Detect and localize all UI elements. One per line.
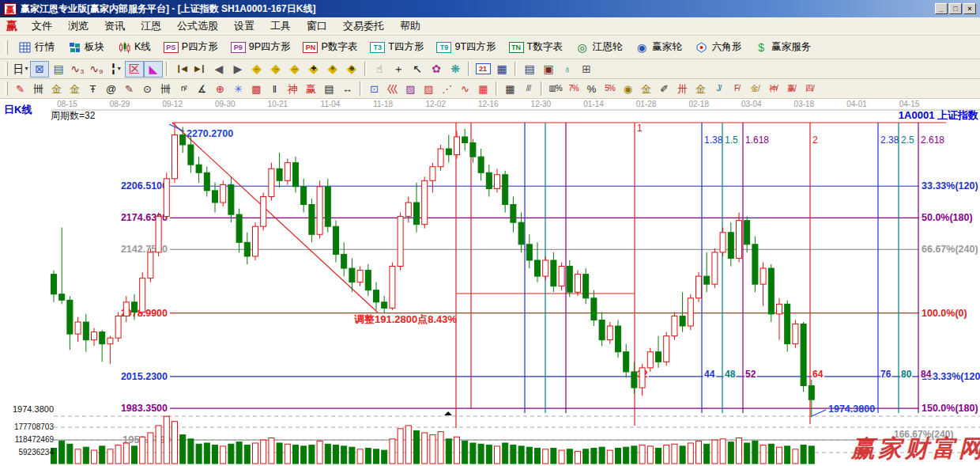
pointer-tool[interactable]: ↖ — [408, 61, 427, 78]
calculator-button[interactable]: ▦ — [492, 61, 511, 78]
f-line-tool[interactable]: F/ — [728, 81, 746, 97]
t-number-button[interactable]: TNT数字表 — [503, 38, 569, 56]
hatch-box-tool[interactable]: ▨ — [420, 81, 438, 97]
remote-doc-button[interactable]: ⊞ — [577, 61, 596, 78]
gold-circle-tool[interactable]: ◉ — [619, 81, 637, 97]
ray-lines-tool[interactable]: ⋰ — [438, 81, 456, 97]
winner-service-button[interactable]: $赢家服务 — [748, 38, 817, 56]
winner-wheel-button[interactable]: ◉赢家轮 — [628, 38, 688, 56]
j-line-tool[interactable]: J/ — [710, 81, 728, 97]
menu-tools[interactable]: 工具 — [262, 17, 299, 35]
close-button[interactable]: × — [963, 3, 976, 14]
chart-canvas[interactable]: 08-1508-2909-1209-3010-2111-0411-1812-02… — [0, 99, 980, 466]
diamond-cross-tool[interactable]: ◆✚ — [304, 61, 323, 78]
9p-square-button[interactable]: P99P四方形 — [224, 38, 297, 56]
hand-tool[interactable]: ☝ — [370, 61, 389, 78]
shen-line-tool[interactable]: 神/ — [764, 81, 782, 97]
menu-file[interactable]: 文件 — [24, 17, 60, 35]
maximize-button[interactable]: □ — [949, 3, 962, 14]
diamond-star-tool[interactable]: ◆✳ — [323, 61, 342, 78]
percent-5-tool[interactable]: 5% — [601, 81, 619, 97]
select-box-tool[interactable]: ⊡ — [365, 81, 383, 97]
shen-tool[interactable]: 神 — [284, 81, 302, 97]
trend-pencil-tool[interactable]: ✎ — [120, 81, 138, 97]
fib-f-tool[interactable]: Ŧ — [84, 81, 102, 97]
diamond-target-tool[interactable]: ◆⊕ — [342, 61, 361, 78]
crosshair-tool[interactable]: ＋ — [389, 61, 408, 78]
diamond-left-tool[interactable]: ◆← — [247, 61, 266, 78]
zigzag-wave-tool[interactable]: ∿ — [456, 81, 474, 97]
p-square-button[interactable]: PSP四方形 — [157, 38, 224, 56]
diamond-right-tool[interactable]: ◆→ — [266, 61, 285, 78]
menu-formula-picker[interactable]: 公式选股 — [169, 17, 226, 35]
flower-tool[interactable]: ✿ — [427, 61, 446, 78]
info-list-tool[interactable]: ▤ — [49, 61, 68, 78]
go-last-button[interactable]: ▶❙ — [190, 61, 209, 78]
calendar-21-button[interactable]: 21 — [473, 61, 492, 78]
gold-line-tool[interactable]: 金/ — [746, 81, 764, 97]
gold-section-a-tool[interactable]: 金 — [47, 81, 66, 97]
gann-wheel-button[interactable]: ◎江恩轮 — [569, 38, 629, 56]
menu-help[interactable]: 帮助 — [392, 17, 428, 35]
menu-settings[interactable]: 设置 — [226, 17, 262, 35]
report-button[interactable]: ▤ — [520, 61, 539, 78]
ying-tool[interactable]: 赢 — [302, 81, 320, 97]
width-measure-tool[interactable]: ↔ — [338, 81, 356, 97]
gann-target-tool[interactable]: ⊕ — [211, 81, 229, 97]
gann-web-tool[interactable]: ✳ — [229, 81, 247, 97]
web-service-button[interactable]: ♁ — [558, 61, 577, 78]
gold-text-tool[interactable]: 金 — [692, 81, 710, 97]
brush-tool[interactable]: ✐ — [655, 81, 673, 97]
color-peaks-tool[interactable]: ◣ — [144, 61, 163, 78]
wave-9-tool[interactable]: ∿₉ — [87, 61, 106, 78]
gann-chart-tool[interactable]: 区 — [125, 61, 144, 78]
save-button[interactable]: ▣ — [539, 61, 558, 78]
menu-trade[interactable]: 交易委托 — [335, 17, 392, 35]
p-number-button[interactable]: PNP数字表 — [296, 38, 364, 56]
ying-line-tool[interactable]: 赢/ — [782, 81, 801, 97]
square-of-n-tool[interactable]: n² — [175, 81, 193, 97]
angle-tool[interactable]: ∡ — [193, 81, 211, 97]
gold-section-b-tool[interactable]: 金 — [66, 81, 84, 97]
menu-news[interactable]: 资讯 — [96, 17, 133, 35]
double-tick-tool[interactable]: ǁ — [266, 81, 284, 97]
wave-3-tool[interactable]: ∿₃ — [68, 61, 87, 78]
circle-cycle-tool[interactable]: ⊙ — [138, 81, 156, 97]
si-line-tool[interactable]: 四/ — [801, 81, 819, 97]
go-first-button[interactable]: ❙◀ — [172, 61, 190, 78]
pick-pencil-tool[interactable]: ✎ — [11, 81, 29, 97]
menu-window[interactable]: 窗口 — [299, 17, 335, 35]
gann-web-box-tool[interactable]: ▩ — [247, 81, 266, 97]
page-prev-button[interactable]: ◀ — [209, 61, 228, 78]
ruler-123-tool[interactable]: ▤ — [320, 81, 338, 97]
candle-style-tool[interactable]: ╏ — [106, 61, 125, 78]
snow-tool[interactable]: ❋ — [446, 61, 465, 78]
parallel-lines-tool[interactable]: /// — [519, 81, 537, 97]
percent-7-tool[interactable]: 7% — [564, 81, 582, 97]
menu-gann[interactable]: 江恩 — [133, 17, 169, 35]
percent-gauge-tool[interactable]: ▥% — [546, 81, 564, 97]
percent-tool[interactable]: % — [582, 81, 601, 97]
speed-fan-tool[interactable]: 巛 — [383, 81, 401, 97]
cycle-lines-2-tool[interactable]: 卌 — [156, 81, 175, 97]
fan-box-tool[interactable]: ▨ — [401, 81, 420, 97]
period-selector[interactable]: 日 — [11, 61, 30, 78]
kline-button[interactable]: K线 — [111, 38, 157, 56]
gold-levels-tool[interactable]: 金 — [637, 81, 655, 97]
triple-grid-tool[interactable]: 卅 — [673, 81, 692, 97]
page-next-button[interactable]: ▶ — [228, 61, 247, 78]
region-chart-tool[interactable]: ⊠ — [30, 61, 49, 78]
menu-browse[interactable]: 浏览 — [60, 17, 96, 35]
spiral-tool[interactable]: @ — [102, 81, 120, 97]
minimize-button[interactable]: _ — [935, 3, 948, 14]
full-grid-tool[interactable]: ▦ — [501, 81, 519, 97]
quotes-button[interactable]: 行情 — [11, 38, 61, 56]
diamond-hmove-tool[interactable]: ◆↔ — [285, 61, 304, 78]
9t-square-button[interactable]: T99T四方形 — [430, 38, 502, 56]
sectors-button[interactable]: 板块 — [61, 38, 111, 56]
t-square-button[interactable]: T3T四方形 — [364, 38, 430, 56]
cycle-lines-tool[interactable]: 卌 — [29, 81, 47, 97]
hexagon-button[interactable]: 六角形 — [688, 38, 748, 56]
candle-body — [462, 137, 468, 143]
red-grid-tool[interactable]: ▦ — [474, 81, 492, 97]
